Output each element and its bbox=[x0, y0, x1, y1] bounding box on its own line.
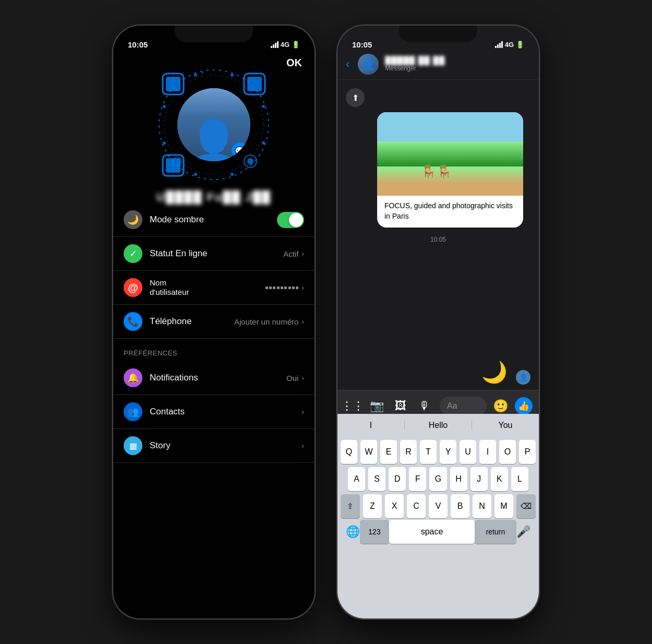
key-i[interactable]: I bbox=[479, 440, 496, 464]
key-e[interactable]: E bbox=[380, 440, 397, 464]
dark-mode-toggle[interactable] bbox=[277, 212, 304, 228]
status-time-1: 10:05 bbox=[128, 40, 148, 49]
status-right-2: 4G 🔋 bbox=[495, 41, 524, 49]
dark-mode-label: Mode sombre bbox=[150, 214, 277, 225]
key-r[interactable]: R bbox=[400, 440, 417, 464]
settings-list: 🌙 Mode sombre ✓ Statut En ligne Actif › … bbox=[113, 203, 315, 463]
status-bar-1: 10:05 4G 🔋 bbox=[113, 33, 315, 56]
key-a[interactable]: A bbox=[348, 467, 365, 491]
message-text: FOCUS, guided and photographic visits in… bbox=[377, 196, 523, 228]
notifications-value: Oui bbox=[286, 374, 298, 383]
telephone-label: Téléphone bbox=[150, 316, 234, 327]
online-status-icon: ✓ bbox=[124, 244, 142, 263]
contacts-item[interactable]: 👥 Contacts › bbox=[113, 395, 315, 429]
key-x[interactable]: X bbox=[385, 494, 404, 518]
moon-emoji: 🌙 bbox=[481, 360, 508, 385]
emoji-button[interactable]: 🙂 bbox=[493, 399, 509, 413]
share-button[interactable]: ⬆ bbox=[346, 88, 365, 107]
shift-key[interactable]: ⇧ bbox=[341, 494, 360, 518]
message-bubble: 🪑🪑 FOCUS, guided and photographic visits… bbox=[377, 112, 523, 228]
key-j[interactable]: J bbox=[470, 467, 488, 491]
contacts-chevron: › bbox=[301, 408, 304, 416]
username-icon: @ bbox=[124, 278, 142, 297]
camera-icon[interactable]: 📷 bbox=[368, 397, 385, 415]
small-avatar: 👤 bbox=[516, 370, 530, 385]
preferences-header: PRÉFÉRENCES bbox=[113, 339, 315, 361]
park-image: 🪑🪑 bbox=[377, 112, 523, 196]
park-chairs-icon: 🪑🪑 bbox=[421, 164, 452, 179]
back-button[interactable]: ‹ bbox=[346, 57, 349, 71]
key-s[interactable]: S bbox=[368, 467, 385, 491]
profile-avatar: 💬 bbox=[177, 88, 250, 161]
key-u[interactable]: U bbox=[460, 440, 476, 464]
key-k[interactable]: K bbox=[491, 467, 508, 491]
username-chevron: › bbox=[301, 283, 304, 292]
key-b[interactable]: B bbox=[451, 494, 469, 518]
key-c[interactable]: C bbox=[407, 494, 426, 518]
globe-key[interactable]: 🌐 bbox=[346, 525, 360, 539]
telephone-item[interactable]: 📞 Téléphone Ajouter un numéro › bbox=[113, 305, 315, 339]
key-q[interactable]: Q bbox=[341, 440, 357, 464]
key-n[interactable]: N bbox=[473, 494, 491, 518]
key-z[interactable]: Z bbox=[363, 494, 382, 518]
key-f[interactable]: F bbox=[409, 467, 426, 491]
network-2: 4G bbox=[505, 41, 514, 49]
status-bar-2: 10:05 4G 🔋 bbox=[337, 33, 539, 56]
online-status-value: Actif bbox=[283, 249, 298, 258]
pred-item-1[interactable]: I bbox=[337, 421, 405, 430]
key-l[interactable]: L bbox=[511, 467, 528, 491]
key-m[interactable]: M bbox=[494, 494, 513, 518]
pred-item-2[interactable]: Hello bbox=[405, 421, 472, 430]
phone2-screen: 10:05 4G 🔋 ‹ 👤 █████ ██ ██ Messenger bbox=[337, 26, 539, 618]
battery-1: 🔋 bbox=[292, 41, 300, 49]
keyboard: Q W E R T Y U I O P A S D F G H J K bbox=[337, 437, 539, 618]
notifications-icon: 🔔 bbox=[124, 368, 142, 387]
apps-icon[interactable]: ⋮⋮ bbox=[344, 397, 361, 415]
notifications-item[interactable]: 🔔 Notifications Oui › bbox=[113, 361, 315, 395]
key-p[interactable]: P bbox=[519, 440, 536, 464]
telephone-icon: 📞 bbox=[124, 312, 142, 331]
pred-item-3[interactable]: You bbox=[472, 421, 539, 430]
numbers-key[interactable]: 123 bbox=[360, 520, 389, 544]
username-dots bbox=[265, 287, 298, 289]
story-item[interactable]: ▦ Story › bbox=[113, 429, 315, 463]
keyboard-row-1: Q W E R T Y U I O P bbox=[337, 437, 539, 464]
svg-point-11 bbox=[163, 105, 166, 108]
svg-point-9 bbox=[201, 71, 203, 74]
status-right-1: 4G 🔋 bbox=[271, 41, 300, 49]
photo-icon[interactable]: 🖼 bbox=[392, 397, 409, 415]
like-button[interactable]: 👍 bbox=[515, 397, 533, 415]
telephone-chevron: › bbox=[301, 317, 304, 326]
chat-subtitle: Messenger bbox=[385, 65, 530, 72]
space-key[interactable]: space bbox=[389, 520, 475, 544]
svg-point-8 bbox=[194, 74, 197, 77]
mic-key[interactable]: 🎤 bbox=[516, 525, 530, 539]
key-t[interactable]: T bbox=[420, 440, 437, 464]
signal-bars-1 bbox=[271, 41, 279, 48]
chat-area: ⬆ 🪑🪑 FOCUS, guided and photographic visi… bbox=[337, 80, 539, 389]
key-v[interactable]: V bbox=[429, 494, 448, 518]
key-g[interactable]: G bbox=[429, 467, 446, 491]
message-input[interactable]: Aa bbox=[440, 397, 487, 415]
key-y[interactable]: Y bbox=[440, 440, 456, 464]
toggle-knob bbox=[289, 213, 303, 227]
message-image: 🪑🪑 bbox=[377, 112, 523, 196]
return-key[interactable]: return bbox=[475, 520, 516, 544]
phone-2: 10:05 4G 🔋 ‹ 👤 █████ ██ ██ Messenger bbox=[336, 25, 540, 619]
mic-toolbar-icon[interactable]: 🎙 bbox=[416, 397, 433, 415]
keyboard-row-2: A S D F G H J K L bbox=[337, 464, 539, 491]
key-d[interactable]: D bbox=[389, 467, 406, 491]
messenger-badge: 💬 bbox=[232, 142, 248, 159]
key-w[interactable]: W bbox=[360, 440, 377, 464]
battery-2: 🔋 bbox=[516, 41, 524, 49]
dark-mode-icon: 🌙 bbox=[124, 210, 142, 229]
contacts-icon: 👥 bbox=[124, 402, 142, 421]
key-o[interactable]: O bbox=[499, 440, 516, 464]
dark-mode-item[interactable]: 🌙 Mode sombre bbox=[113, 203, 315, 237]
username-item[interactable]: @ Nomd'utilisateur › bbox=[113, 271, 315, 305]
delete-key[interactable]: ⌫ bbox=[516, 494, 536, 518]
story-label: Story bbox=[150, 440, 301, 451]
key-h[interactable]: H bbox=[450, 467, 467, 491]
online-status-item[interactable]: ✓ Statut En ligne Actif › bbox=[113, 237, 315, 271]
story-chevron: › bbox=[301, 442, 304, 450]
